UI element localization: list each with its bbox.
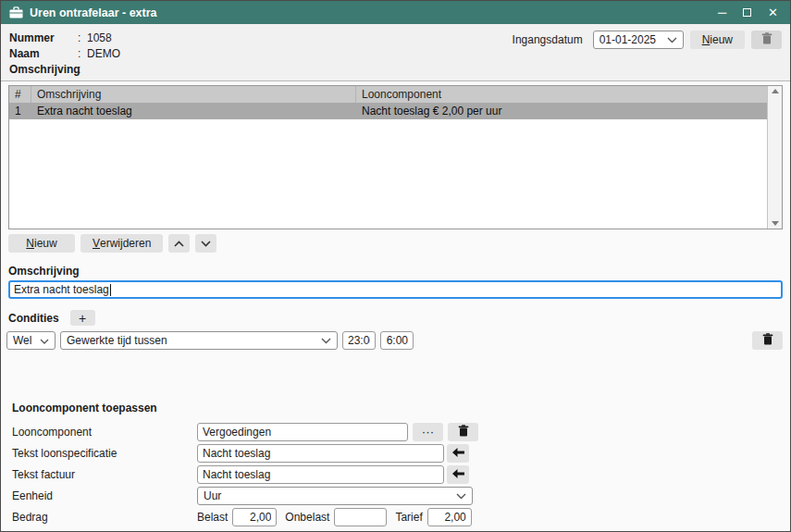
tekst-factuur-label: Tekst factuur xyxy=(12,468,197,481)
copy-loonspecificatie-button[interactable] xyxy=(447,444,469,463)
tekst-factuur-input[interactable] xyxy=(197,465,444,484)
onbelast-input[interactable] xyxy=(334,508,387,526)
omschrijving-input[interactable]: Extra nacht toeslag xyxy=(8,280,783,299)
table-row[interactable]: 1 Extra nacht toeslag Nacht toeslag € 2,… xyxy=(9,103,782,119)
nummer-label: Nummer xyxy=(9,31,78,44)
table-header-row: # Omschrijving Looncomponent xyxy=(9,86,782,103)
bedrag-label: Bedrag xyxy=(12,511,197,524)
condition-type-select[interactable]: Gewerkte tijd tussen xyxy=(60,331,338,350)
belast-input[interactable] xyxy=(232,508,277,526)
looncomponent-section: Looncomponent toepassen Looncomponent ··… xyxy=(12,402,790,526)
ellipsis-icon: ··· xyxy=(422,425,434,439)
chevron-down-icon xyxy=(40,334,49,347)
header-fields: Nummer : 1058 Naam : DEMO Omschrijving : xyxy=(9,30,120,77)
move-down-button[interactable] xyxy=(195,234,216,253)
rules-table: # Omschrijving Looncomponent 1 Extra nac… xyxy=(8,85,783,229)
tarief-label: Tarief xyxy=(395,511,422,524)
trash-icon xyxy=(762,333,773,348)
dialog-window: Uren ontrafelaar - extra ─ ✕ Nummer : 10… xyxy=(0,0,791,532)
tekst-loonspecificatie-input[interactable] xyxy=(197,444,444,463)
condition-mode-select[interactable]: Wel xyxy=(6,331,56,350)
omschrijving-header-label: Omschrijving xyxy=(9,63,78,76)
chevron-down-icon xyxy=(321,334,331,347)
chevron-up-icon xyxy=(174,237,184,250)
close-button[interactable]: ✕ xyxy=(768,6,778,19)
titlebar: Uren ontrafelaar - extra ─ ✕ xyxy=(1,1,790,24)
tarief-input[interactable] xyxy=(427,508,472,526)
field-naam: Naam : DEMO xyxy=(9,45,120,61)
ingangsdatum-label: Ingangsdatum xyxy=(513,33,583,46)
time-from-input[interactable] xyxy=(342,331,376,350)
header-right: Ingangsdatum 01-01-2025 Nieuw xyxy=(513,31,782,49)
chevron-down-icon xyxy=(201,237,211,250)
tekst-loonspecificatie-row: Tekst loonspecificatie xyxy=(12,443,790,463)
condities-label: Condities xyxy=(8,312,59,325)
scroll-up-icon[interactable] xyxy=(772,89,779,93)
delete-date-button[interactable] xyxy=(751,31,782,49)
copy-factuur-button[interactable] xyxy=(447,465,469,484)
delete-condition-button[interactable] xyxy=(752,331,783,350)
eenheid-label: Eenheid xyxy=(12,489,197,502)
trash-icon xyxy=(761,32,772,47)
nummer-value: 1058 xyxy=(87,31,112,44)
naam-value: DEMO xyxy=(87,47,120,60)
column-num: # xyxy=(9,86,31,103)
minimize-button[interactable]: ─ xyxy=(718,6,726,19)
belast-label: Belast xyxy=(197,511,228,524)
looncomponent-section-title: Looncomponent toepassen xyxy=(12,402,790,414)
list-actions: Nieuw Verwijderen xyxy=(8,234,783,253)
arrow-left-icon xyxy=(452,446,464,460)
nieuw-date-button[interactable]: Nieuw xyxy=(690,31,745,49)
eenheid-row: Eenheid Uur xyxy=(12,486,790,505)
column-looncomponent: Looncomponent xyxy=(356,86,767,103)
naam-label: Naam xyxy=(9,47,78,60)
arrow-left-icon xyxy=(452,467,464,481)
delete-looncomponent-button[interactable] xyxy=(448,423,478,441)
browse-looncomponent-button[interactable]: ··· xyxy=(413,423,443,441)
field-nummer: Nummer : 1058 xyxy=(9,30,120,45)
plus-icon: + xyxy=(79,311,86,326)
column-omschrijving: Omschrijving xyxy=(31,86,356,103)
window-title: Uren ontrafelaar - extra xyxy=(30,6,718,19)
chevron-down-icon xyxy=(667,33,677,46)
window-controls: ─ ✕ xyxy=(718,6,782,19)
condities-header: Condities + xyxy=(8,310,783,326)
tekst-factuur-row: Tekst factuur xyxy=(12,464,790,484)
bedrag-row: Bedrag Belast Onbelast Tarief xyxy=(12,507,790,526)
tekst-loonspecificatie-label: Tekst loonspecificatie xyxy=(12,447,197,460)
omschrijving-section-label: Omschrijving xyxy=(8,265,783,278)
field-omschrijving-header: Omschrijving : xyxy=(9,61,120,77)
time-to-input[interactable] xyxy=(380,331,414,350)
onbelast-label: Onbelast xyxy=(285,511,329,524)
verwijderen-row-button[interactable]: Verwijderen xyxy=(80,234,163,253)
vertical-scrollbar[interactable] xyxy=(767,86,782,229)
ingangsdatum-select[interactable]: 01-01-2025 xyxy=(593,31,684,49)
add-condition-button[interactable]: + xyxy=(70,310,95,326)
scroll-down-icon[interactable] xyxy=(772,221,779,226)
move-up-button[interactable] xyxy=(168,234,190,253)
chevron-down-icon xyxy=(456,489,466,502)
looncomponent-label: Looncomponent xyxy=(12,426,197,439)
briefcase-icon xyxy=(9,6,23,19)
maximize-button[interactable] xyxy=(743,8,751,17)
trash-icon xyxy=(458,425,469,439)
header-area: Nummer : 1058 Naam : DEMO Omschrijving :… xyxy=(1,24,790,81)
eenheid-select[interactable]: Uur xyxy=(197,487,473,505)
looncomponent-row: Looncomponent ··· xyxy=(12,422,790,441)
looncomponent-input[interactable] xyxy=(197,423,408,441)
text-caret xyxy=(110,284,111,296)
nieuw-row-button[interactable]: Nieuw xyxy=(8,234,75,253)
condition-row: Wel Gewerkte tijd tussen xyxy=(6,331,783,350)
